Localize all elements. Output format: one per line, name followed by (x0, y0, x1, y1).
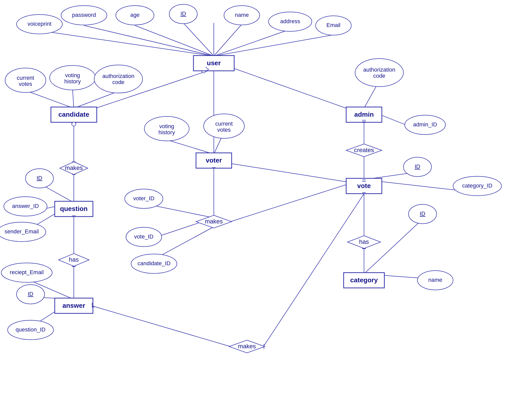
attr-password-text: password (72, 12, 96, 18)
attr-current-votes-voter-text2: votes (217, 127, 231, 133)
attr-vote-id-pk-text: ID (415, 163, 420, 170)
entity-voter-label: voter (206, 156, 222, 164)
entity-vote-label: vote (357, 182, 371, 190)
svg-line-62 (263, 194, 364, 347)
attr-auth-code-admin-text2: code (373, 73, 385, 79)
entity-question-label: question (60, 205, 88, 212)
svg-line-2 (84, 25, 214, 56)
svg-line-10 (25, 90, 74, 108)
entity-admin-label: admin (354, 111, 374, 118)
svg-line-8 (214, 34, 336, 56)
attr-current-votes-cand-text2: votes (19, 81, 32, 87)
attr-reciept-email-text: reciept_Email (10, 269, 44, 275)
attr-voter-id-text: voter_ID (133, 195, 154, 202)
rel-creates-label: creates (354, 147, 374, 153)
entity-category-label: category (350, 276, 378, 284)
attr-email-text: Email (326, 22, 340, 28)
rel-makes-voter-label: makes (205, 218, 223, 225)
attr-category-name-text: name (428, 277, 442, 283)
attr-answer-id-text: answer_ID (12, 203, 39, 209)
attr-question-id-text: question_ID (16, 326, 45, 333)
attr-voting-history-cand-text2: history (64, 78, 81, 85)
entity-candidate-label: candidate (58, 111, 89, 118)
svg-line-3 (135, 25, 214, 56)
attr-auth-code-cand-text: authorization (102, 73, 134, 79)
attr-candidate-id-text: candidate_ID (137, 260, 171, 267)
svg-line-60 (92, 306, 230, 347)
attr-auth-code-admin-text: authorization (363, 66, 395, 73)
svg-line-16 (214, 138, 221, 154)
attr-creates-id-text: ID (420, 210, 425, 217)
attr-current-votes-voter-text: current (215, 121, 233, 127)
attr-name-text: name (235, 12, 249, 18)
rel-has-q-label: has (69, 256, 79, 263)
attr-age-text: age (130, 12, 140, 18)
svg-line-12 (74, 92, 117, 108)
attr-user-id-text: ID (180, 10, 186, 17)
attr-admin-id-text: admin_ID (413, 121, 437, 128)
rel-makes-ans-label: makes (238, 343, 256, 350)
attr-vote-id-text: vote_ID (134, 233, 153, 240)
attr-q-id-text: ID (37, 175, 42, 181)
svg-point-80 (72, 122, 76, 126)
svg-line-15 (168, 140, 214, 154)
attr-auth-code-cand-text2: code (112, 79, 124, 85)
er-diagram: user candidate admin voter vote question… (0, 0, 532, 399)
svg-line-4 (183, 23, 214, 56)
attr-sender-email-text: sender_Email (5, 228, 39, 235)
entity-user-label: user (207, 59, 221, 67)
svg-line-9 (39, 31, 214, 56)
attr-category-id-text: category_ID (462, 182, 493, 189)
rel-makes-cand-label: makes (65, 164, 83, 171)
svg-line-13 (364, 85, 377, 108)
attr-voting-history-voter-text2: history (159, 129, 175, 136)
svg-line-65 (228, 163, 349, 182)
svg-line-37 (228, 66, 350, 110)
entity-answer-label: answer (62, 302, 85, 309)
attr-voiceprint-text: voiceprint (27, 21, 51, 27)
attr-voting-history-voter-text: voting (159, 123, 174, 129)
attr-voting-history-cand-text: voting (65, 72, 80, 78)
attr-ans-id-text: ID (28, 291, 33, 297)
rel-has-vote-label: has (359, 238, 369, 245)
svg-line-49 (230, 183, 350, 222)
svg-line-11 (73, 89, 74, 108)
attr-address-text: address (280, 18, 300, 24)
attr-current-votes-cand-text: current (17, 75, 34, 81)
svg-line-25 (364, 219, 423, 274)
